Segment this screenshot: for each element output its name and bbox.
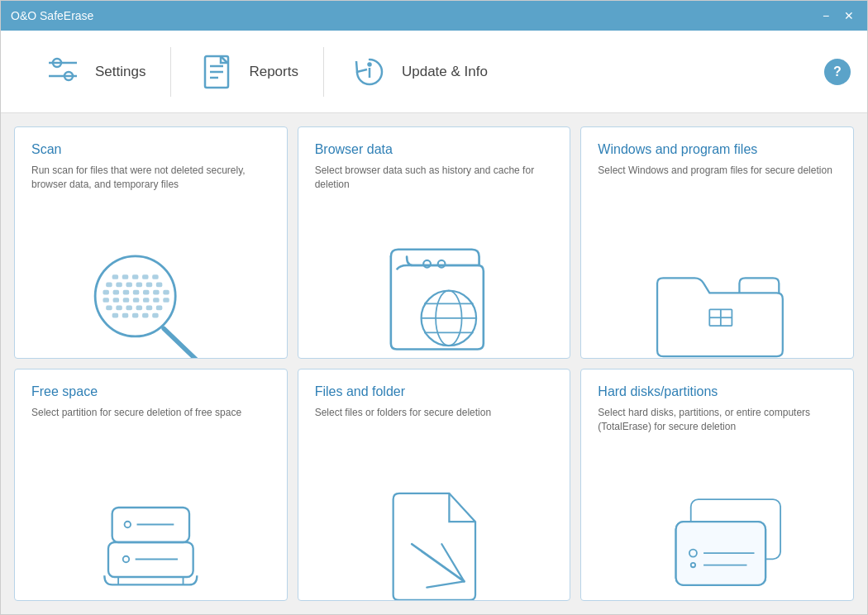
files-folder-icon-area (315, 420, 554, 600)
browser-data-icon-area (315, 192, 554, 358)
svg-rect-15 (122, 274, 128, 279)
svg-rect-44 (156, 306, 162, 311)
windows-files-title: Windows and program files (598, 142, 837, 157)
svg-point-61 (125, 522, 131, 527)
title-controls: − ✕ (818, 7, 857, 24)
reports-icon (196, 51, 237, 93)
svg-rect-34 (123, 298, 129, 303)
settings-icon (42, 51, 83, 93)
svg-rect-35 (133, 298, 139, 303)
hard-disks-title: Hard disks/partitions (598, 384, 837, 399)
update-icon (349, 51, 390, 93)
svg-rect-48 (142, 313, 148, 318)
svg-rect-37 (153, 298, 159, 303)
svg-rect-43 (146, 306, 152, 311)
minimize-button[interactable]: − (818, 7, 834, 24)
svg-rect-36 (143, 298, 149, 303)
svg-rect-22 (136, 283, 142, 288)
svg-line-13 (164, 329, 201, 358)
windows-files-desc: Select Windows and program files for sec… (598, 164, 837, 178)
svg-rect-18 (152, 274, 158, 279)
svg-rect-30 (153, 290, 159, 295)
svg-point-64 (123, 556, 129, 562)
main-grid: Scan Run scan for files that were not de… (1, 113, 867, 614)
free-space-card[interactable]: Free space Select partition for secure d… (14, 369, 288, 601)
svg-line-68 (412, 544, 464, 581)
windows-files-card[interactable]: Windows and program files Select Windows… (580, 126, 854, 359)
settings-toolbar-item[interactable]: Settings (26, 43, 162, 101)
svg-rect-27 (123, 290, 129, 295)
svg-rect-46 (122, 313, 128, 318)
svg-point-11 (368, 63, 370, 65)
title-bar: O&O SafeErase − ✕ (1, 1, 867, 31)
app-window: O&O SafeErase − ✕ Settings (0, 0, 868, 615)
svg-rect-42 (136, 306, 142, 311)
svg-rect-28 (133, 290, 139, 295)
svg-rect-41 (126, 306, 131, 311)
files-folder-icon (315, 484, 554, 600)
svg-rect-21 (126, 283, 131, 288)
svg-rect-23 (146, 283, 152, 288)
hard-disks-card[interactable]: Hard disks/partitions Select hard disks,… (580, 369, 854, 601)
toolbar: Settings Reports (1, 31, 867, 113)
browser-data-desc: Select browser data such as history and … (315, 164, 554, 192)
scan-icon-area (31, 192, 270, 358)
svg-rect-19 (106, 283, 112, 288)
toolbar-sep-2 (323, 47, 324, 97)
scan-card[interactable]: Scan Run scan for files that were not de… (14, 126, 288, 359)
update-toolbar-item[interactable]: Update & Info (332, 43, 504, 101)
svg-rect-14 (112, 274, 118, 279)
svg-rect-25 (103, 290, 108, 295)
update-label: Update & Info (402, 64, 488, 80)
toolbar-sep-1 (170, 47, 171, 97)
svg-rect-49 (152, 313, 158, 318)
settings-label: Settings (95, 64, 145, 80)
free-space-desc: Select partition for secure deletion of … (31, 406, 270, 420)
browser-data-card[interactable]: Browser data Select browser data such as… (298, 126, 571, 359)
svg-rect-40 (116, 306, 122, 311)
svg-rect-32 (103, 298, 108, 303)
help-button[interactable]: ? (824, 59, 851, 85)
svg-rect-38 (163, 298, 169, 303)
hard-disks-icon-area (598, 434, 837, 600)
svg-point-12 (95, 256, 175, 336)
hard-disks-icon (598, 484, 837, 600)
browser-icon (315, 242, 554, 358)
svg-rect-45 (112, 313, 118, 318)
svg-rect-31 (163, 290, 169, 295)
scan-title: Scan (31, 142, 270, 157)
window-title: O&O SafeErase (11, 9, 818, 22)
free-space-icon-area (31, 420, 270, 600)
scan-desc: Run scan for files that were not deleted… (31, 164, 270, 192)
free-space-title: Free space (31, 384, 270, 399)
svg-rect-47 (132, 313, 138, 318)
windows-files-icon-area (598, 178, 837, 358)
files-folder-title: Files and folder (315, 384, 554, 399)
reports-toolbar-item[interactable]: Reports (179, 43, 315, 101)
svg-rect-39 (106, 306, 112, 311)
svg-rect-26 (113, 290, 119, 295)
files-folder-card[interactable]: Files and folder Select files or folders… (298, 369, 571, 601)
files-folder-desc: Select files or folders for secure delet… (315, 406, 554, 420)
free-space-icon (31, 484, 270, 600)
windows-files-icon (598, 242, 837, 358)
svg-rect-24 (156, 283, 162, 288)
scan-icon (31, 242, 270, 358)
svg-rect-33 (113, 298, 119, 303)
svg-rect-20 (116, 283, 122, 288)
svg-rect-16 (132, 274, 138, 279)
reports-label: Reports (249, 64, 298, 80)
svg-rect-29 (143, 290, 149, 295)
svg-rect-17 (142, 274, 148, 279)
hard-disks-desc: Select hard disks, partitions, or entire… (598, 406, 837, 434)
browser-data-title: Browser data (315, 142, 554, 157)
close-button[interactable]: ✕ (841, 7, 857, 24)
